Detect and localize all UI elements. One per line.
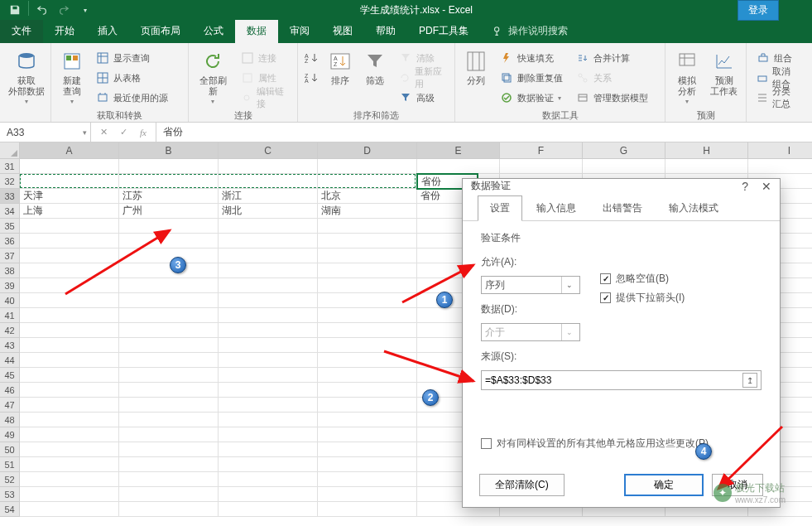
- cell[interactable]: [119, 413, 219, 427]
- cell[interactable]: [318, 472, 417, 487]
- tab-pdf[interactable]: PDF工具集: [407, 20, 480, 43]
- cell[interactable]: [20, 368, 119, 383]
- help-icon[interactable]: ?: [742, 180, 748, 193]
- cell[interactable]: [318, 502, 417, 517]
- cell[interactable]: [119, 159, 219, 174]
- ok-button[interactable]: 确定: [624, 474, 704, 496]
- dialog-tab-input[interactable]: 输入信息: [524, 195, 589, 221]
- ignore-blank-checkbox[interactable]: 忽略空值(B): [600, 272, 685, 286]
- cell[interactable]: [318, 323, 417, 338]
- cell[interactable]: [219, 427, 318, 442]
- cell[interactable]: [583, 159, 665, 174]
- tab-formula[interactable]: 公式: [192, 20, 235, 43]
- row-header[interactable]: 53: [0, 487, 20, 502]
- cell[interactable]: [119, 293, 219, 308]
- cell[interactable]: [219, 174, 318, 189]
- from-table-button[interactable]: 从表格: [93, 69, 171, 87]
- qat-dropdown-icon[interactable]: ▾: [75, 1, 95, 19]
- cell[interactable]: [318, 413, 417, 427]
- tab-data[interactable]: 数据: [235, 20, 278, 43]
- enter-formula-icon[interactable]: ✓: [114, 127, 132, 138]
- connections-button[interactable]: 连接: [238, 49, 291, 67]
- consolidate-button[interactable]: 合并计算: [573, 49, 651, 67]
- row-header[interactable]: 35: [0, 219, 20, 234]
- cell[interactable]: [219, 338, 318, 353]
- cell[interactable]: [318, 442, 417, 457]
- tab-review[interactable]: 审阅: [278, 20, 321, 43]
- cell[interactable]: [119, 368, 219, 383]
- tab-help[interactable]: 帮助: [364, 20, 407, 43]
- cell[interactable]: [20, 323, 119, 338]
- cell[interactable]: [318, 308, 417, 323]
- ungroup-button[interactable]: 取消组合: [753, 69, 800, 87]
- fx-icon[interactable]: fx: [134, 128, 152, 138]
- show-queries-button[interactable]: 显示查询: [93, 49, 171, 67]
- cell[interactable]: 北京: [318, 189, 417, 204]
- cell[interactable]: [119, 427, 219, 442]
- row-header[interactable]: 46: [0, 383, 20, 398]
- cell[interactable]: [20, 457, 119, 472]
- formula-input[interactable]: 省份: [156, 123, 812, 142]
- cell[interactable]: [219, 457, 318, 472]
- cell[interactable]: [119, 383, 219, 398]
- cell[interactable]: [318, 487, 417, 502]
- row-header[interactable]: 47: [0, 398, 20, 413]
- cell[interactable]: [20, 413, 119, 427]
- cell[interactable]: [318, 219, 417, 234]
- row-header[interactable]: 44: [0, 353, 20, 368]
- cancel-formula-icon[interactable]: ✕: [94, 127, 113, 138]
- cell[interactable]: [20, 278, 119, 293]
- column-header[interactable]: C: [219, 142, 318, 159]
- cell[interactable]: [20, 472, 119, 487]
- dialog-tab-settings[interactable]: 设置: [478, 195, 522, 221]
- new-query-button[interactable]: 新建 查询 ▾: [55, 46, 89, 109]
- cell[interactable]: [318, 398, 417, 413]
- subtotal-button[interactable]: 分类汇总: [753, 89, 800, 107]
- cell[interactable]: 上海: [20, 204, 119, 219]
- cell[interactable]: [219, 263, 318, 278]
- cell[interactable]: [119, 442, 219, 457]
- cell[interactable]: [219, 472, 318, 487]
- row-header[interactable]: 49: [0, 427, 20, 442]
- save-icon[interactable]: [5, 1, 25, 19]
- cell[interactable]: 浙江: [219, 189, 318, 204]
- cell[interactable]: [417, 159, 500, 174]
- row-header[interactable]: 34: [0, 204, 20, 219]
- row-header[interactable]: 39: [0, 278, 20, 293]
- cell[interactable]: [219, 487, 318, 502]
- cell[interactable]: [219, 249, 318, 263]
- row-header[interactable]: 31: [0, 159, 20, 174]
- cell[interactable]: [20, 383, 119, 398]
- dialog-tab-ime[interactable]: 输入法模式: [656, 195, 731, 221]
- forecast-sheet-button[interactable]: 预测 工作表: [705, 46, 742, 109]
- redo-icon[interactable]: [54, 1, 74, 19]
- column-header[interactable]: H: [665, 142, 748, 159]
- cell[interactable]: [20, 353, 119, 368]
- row-header[interactable]: 36: [0, 234, 20, 249]
- column-header[interactable]: D: [318, 142, 417, 159]
- cell[interactable]: [119, 502, 219, 517]
- cell[interactable]: [20, 219, 119, 234]
- dropdown-checkbox[interactable]: 提供下拉箭头(I): [600, 291, 685, 305]
- cell[interactable]: 广州: [119, 204, 219, 219]
- row-header[interactable]: 43: [0, 338, 20, 353]
- cell[interactable]: [20, 502, 119, 517]
- row-header[interactable]: 48: [0, 413, 20, 427]
- tab-file[interactable]: 文件: [0, 20, 43, 43]
- cell[interactable]: [119, 308, 219, 323]
- row-header[interactable]: 52: [0, 472, 20, 487]
- cell[interactable]: [20, 249, 119, 263]
- recent-sources-button[interactable]: 最近使用的源: [93, 89, 171, 107]
- login-button[interactable]: 登录: [738, 0, 779, 21]
- cell[interactable]: [219, 219, 318, 234]
- source-input[interactable]: [485, 374, 742, 386]
- cell[interactable]: [500, 159, 583, 174]
- row-header[interactable]: 45: [0, 368, 20, 383]
- dialog-tab-error[interactable]: 出错警告: [590, 195, 655, 221]
- apply-all-checkbox[interactable]: 对有同样设置的所有其他单元格应用这些更改(P): [481, 437, 762, 451]
- remove-duplicates-button[interactable]: 删除重复值: [497, 69, 566, 87]
- cell[interactable]: [318, 159, 417, 174]
- cell[interactable]: [20, 293, 119, 308]
- clear-all-button[interactable]: 全部清除(C): [479, 474, 565, 496]
- row-header[interactable]: 38: [0, 263, 20, 278]
